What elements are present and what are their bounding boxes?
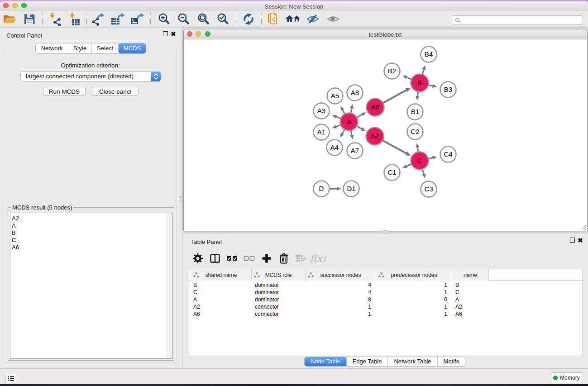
search-field[interactable] bbox=[452, 15, 583, 25]
table-row-A2[interactable]: A2connector11A2 bbox=[189, 303, 583, 310]
column-header-shared-name[interactable]: shared name bbox=[191, 269, 252, 281]
close-panel-button[interactable]: Close panel bbox=[92, 87, 139, 96]
table-row-C[interactable]: Cdominator41C bbox=[189, 289, 583, 296]
hide-selected-button[interactable] bbox=[304, 12, 321, 27]
search-input[interactable] bbox=[461, 16, 583, 24]
edge-C-C4[interactable] bbox=[429, 156, 437, 159]
mcds-result-item[interactable]: A6 bbox=[10, 244, 172, 251]
result-scrollbar[interactable] bbox=[167, 213, 172, 358]
cell-successor-nodes[interactable]: 8 bbox=[306, 296, 371, 303]
save-session-button[interactable] bbox=[21, 12, 38, 27]
node-D1[interactable]: D1 bbox=[343, 181, 359, 197]
tab-network[interactable]: Network bbox=[36, 43, 68, 53]
node-A4[interactable]: A4 bbox=[326, 140, 342, 156]
node-C[interactable]: C bbox=[411, 152, 428, 170]
export-image-button[interactable] bbox=[129, 12, 146, 27]
export-network-button[interactable] bbox=[90, 12, 107, 27]
column-header-MCDS-role[interactable]: MCDS role bbox=[252, 269, 306, 281]
export-table-button[interactable] bbox=[110, 12, 127, 27]
cell-name[interactable]: C bbox=[455, 289, 488, 296]
cell-predecessor-nodes[interactable]: 1 bbox=[376, 289, 447, 296]
table-settings-button[interactable] bbox=[189, 252, 206, 266]
node-B1[interactable]: B1 bbox=[407, 104, 423, 120]
cell-successor-nodes[interactable]: 4 bbox=[306, 281, 371, 289]
column-header-name[interactable]: name bbox=[452, 269, 489, 281]
edge-A-A6[interactable] bbox=[357, 112, 365, 117]
tab-style[interactable]: Style bbox=[68, 43, 92, 53]
node-B3[interactable]: B3 bbox=[440, 82, 456, 98]
cell-MCDS-role[interactable]: dominator bbox=[255, 296, 305, 303]
cell-name[interactable]: A bbox=[455, 296, 488, 303]
cell-shared-name[interactable]: A2 bbox=[193, 303, 250, 310]
cell-predecessor-nodes[interactable]: 1 bbox=[376, 303, 447, 310]
mcds-result-item[interactable]: A2 bbox=[10, 215, 172, 222]
cell-shared-name[interactable]: A6 bbox=[193, 310, 250, 318]
edge-B-B3[interactable] bbox=[428, 84, 436, 88]
node-A1[interactable]: A1 bbox=[313, 124, 329, 140]
edge-A-A1[interactable] bbox=[332, 125, 340, 129]
tab-select[interactable]: Select bbox=[92, 43, 119, 53]
horizontal-splitter-grip[interactable] bbox=[382, 230, 388, 234]
edge-B-B2[interactable] bbox=[402, 76, 411, 79]
edge-C-C1[interactable] bbox=[402, 164, 411, 168]
duplicate-network-button[interactable] bbox=[265, 12, 282, 27]
close-panel-icon[interactable]: ✖ bbox=[171, 32, 176, 37]
node-D[interactable]: D bbox=[313, 181, 329, 197]
edge-A-A3[interactable] bbox=[332, 115, 340, 119]
home-view-button[interactable] bbox=[285, 12, 302, 27]
table-row-B[interactable]: Bdominator41B bbox=[189, 281, 583, 289]
unselect-all-columns-button[interactable] bbox=[241, 252, 258, 266]
import-table-button[interactable] bbox=[66, 12, 83, 27]
edge-A-A2[interactable] bbox=[357, 126, 365, 131]
column-header-predecessor-nodes[interactable]: predecessor nodes bbox=[376, 269, 452, 281]
table-float-panel-icon[interactable] bbox=[570, 238, 575, 243]
cell-MCDS-role[interactable]: dominator bbox=[255, 281, 305, 289]
table-row-A6[interactable]: A6connector11A6 bbox=[189, 310, 583, 318]
node-A7[interactable]: A7 bbox=[347, 143, 363, 159]
cell-predecessor-nodes[interactable]: 1 bbox=[376, 310, 447, 318]
function-builder-button[interactable]: f(x) bbox=[310, 252, 327, 266]
cell-predecessor-nodes[interactable]: 1 bbox=[376, 281, 447, 289]
cell-name[interactable]: B bbox=[455, 281, 488, 289]
node-C4[interactable]: C4 bbox=[440, 147, 456, 162]
zoom-in-button[interactable] bbox=[155, 12, 172, 27]
memory-button[interactable]: Memory bbox=[551, 372, 582, 383]
mcds-result-item[interactable]: A bbox=[10, 222, 172, 229]
node-A8[interactable]: A8 bbox=[347, 85, 363, 101]
edge-A-A5[interactable] bbox=[340, 106, 344, 114]
cell-successor-nodes[interactable]: 1 bbox=[306, 303, 371, 310]
edge-A-A4[interactable] bbox=[340, 130, 344, 138]
cell-name[interactable]: A2 bbox=[455, 303, 488, 310]
node-C1[interactable]: C1 bbox=[384, 165, 400, 181]
node-C2[interactable]: C2 bbox=[407, 124, 423, 140]
edge-C-C3[interactable] bbox=[422, 170, 425, 178]
zoom-out-button[interactable] bbox=[175, 12, 192, 27]
cell-shared-name[interactable]: B bbox=[193, 281, 250, 289]
node-A[interactable]: A bbox=[340, 113, 358, 131]
edge-A2-C[interactable] bbox=[382, 141, 410, 156]
tab-motifs[interactable]: Motifs bbox=[438, 357, 465, 366]
mcds-result-item[interactable]: B bbox=[10, 229, 172, 237]
task-history-button[interactable] bbox=[5, 374, 17, 383]
node-A3[interactable]: A3 bbox=[313, 103, 329, 119]
table-row-A[interactable]: Adominator80A bbox=[189, 296, 583, 303]
delete-column-button[interactable] bbox=[275, 252, 292, 266]
tab-network-table[interactable]: Network Table bbox=[388, 357, 437, 366]
cell-shared-name[interactable]: A bbox=[193, 296, 250, 303]
edge-D-D1[interactable] bbox=[330, 187, 341, 191]
cell-shared-name[interactable]: C bbox=[193, 289, 250, 296]
node-A2[interactable]: A2 bbox=[366, 128, 383, 145]
refresh-layout-button[interactable] bbox=[240, 12, 257, 27]
node-B2[interactable]: B2 bbox=[384, 63, 400, 79]
vertical-splitter-grip[interactable] bbox=[179, 196, 182, 202]
tab-mcds[interactable]: MCDS bbox=[119, 43, 146, 53]
show-all-button[interactable] bbox=[325, 12, 342, 27]
edge-A-A8[interactable] bbox=[349, 104, 353, 113]
toggle-panels-button[interactable] bbox=[206, 252, 224, 266]
table-close-panel-icon[interactable]: ✖ bbox=[578, 238, 583, 243]
select-all-columns-button[interactable] bbox=[224, 252, 241, 266]
edge-A6-B[interactable] bbox=[383, 88, 410, 103]
cell-successor-nodes[interactable]: 4 bbox=[306, 289, 371, 296]
node-C3[interactable]: C3 bbox=[421, 181, 436, 197]
run-mcds-button[interactable]: Run MCDS bbox=[43, 87, 86, 96]
